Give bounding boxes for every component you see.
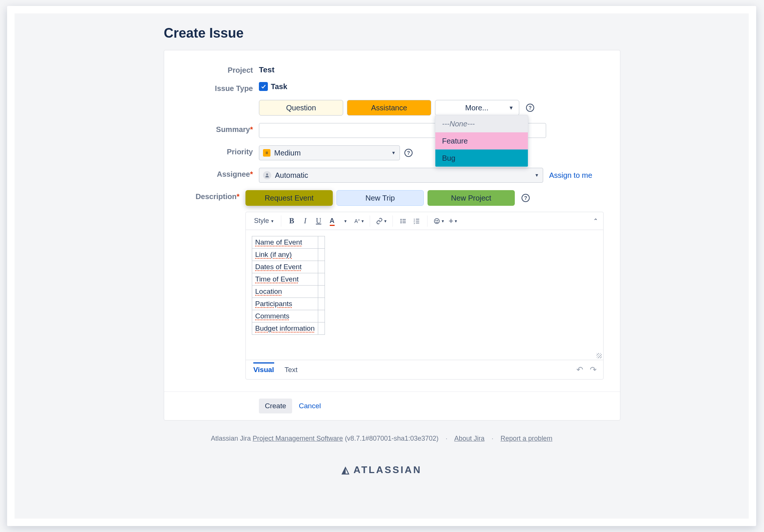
pill-question[interactable]: Question [259,100,343,116]
pill-request-event[interactable]: Request Event [245,190,333,206]
rich-text-editor: Style▾ B I U A ▾ A°▾ ▾ [245,212,604,380]
svg-point-2 [400,220,401,221]
label-description: Description* [181,190,245,201]
more-option-none[interactable]: ---None--- [435,115,528,132]
svg-rect-12 [416,223,419,223]
chevron-down-icon: ▼ [391,150,396,155]
site-footer: Atlassian Jira Project Management Softwa… [15,435,749,476]
label-priority: Priority [181,145,259,156]
undo-icon[interactable]: ↶ [576,365,583,375]
numbered-list-button[interactable]: 123 [411,215,423,227]
table-cell[interactable]: Link (if any) [255,251,292,258]
more-option-feature[interactable]: Feature [435,132,528,149]
table-cell[interactable]: Name of Event [255,238,302,246]
table-cell[interactable]: Dates of Event [255,263,302,271]
footer-prefix: Atlassian Jira [211,435,253,442]
link-button[interactable]: ▾ [375,215,388,227]
editor-toolbar: Style▾ B I U A ▾ A°▾ ▾ [246,212,603,230]
footer-about-link[interactable]: About Jira [454,435,485,442]
svg-point-14 [436,220,436,221]
help-icon[interactable]: ? [526,104,534,112]
pill-more-dropdown[interactable]: More... ▼ [435,100,519,116]
svg-point-3 [400,222,401,223]
atlassian-logo-icon: ◭ [342,464,351,476]
redo-icon[interactable]: ↷ [590,365,597,375]
cancel-link[interactable]: Cancel [299,402,321,410]
pill-new-trip[interactable]: New Trip [336,190,424,206]
more-dropdown-menu: ---None--- Feature Bug [435,115,528,167]
svg-rect-10 [416,219,419,220]
label-summary: Summary* [181,123,259,134]
collapse-toolbar-icon[interactable]: ⌃ [593,217,598,224]
table-cell[interactable]: Budget information [255,324,315,332]
footer-version: (v8.7.1#807001-sha1:03e3702) [343,435,438,442]
resize-handle-icon[interactable] [597,353,602,358]
chevron-down-icon: ▾ [271,218,273,224]
tab-visual[interactable]: Visual [253,362,274,376]
pill-more-label: More... [465,104,488,112]
pill-assistance[interactable]: Assistance [347,100,431,116]
create-issue-form: Project Test Issue Type Task Questi [164,50,620,421]
svg-text:3: 3 [414,222,415,224]
table-cell[interactable]: Participants [255,300,292,308]
svg-rect-6 [403,222,406,223]
footer-pm-link[interactable]: Project Management Software [253,435,343,442]
text-color-chevron[interactable]: ▾ [339,215,351,227]
insert-more-button[interactable]: +▾ [447,215,459,227]
underline-button[interactable]: U [313,215,325,227]
help-icon[interactable]: ? [522,194,530,202]
priority-select[interactable]: ≡ Medium ▼ [259,145,400,160]
emoji-button[interactable]: ▾ [432,215,445,227]
label-assignee: Assignee* [181,168,259,179]
chevron-down-icon: ▼ [535,173,539,178]
create-button[interactable]: Create [259,399,292,413]
bold-button[interactable]: B [286,215,298,227]
chevron-down-icon: ▼ [508,105,514,111]
task-type-icon [259,82,268,91]
text-color-button[interactable]: A [326,215,338,227]
bullet-list-button[interactable] [397,215,409,227]
pill-new-project[interactable]: New Project [428,190,515,206]
more-formatting-button[interactable]: A°▾ [353,215,365,227]
svg-rect-11 [416,221,419,221]
italic-button[interactable]: I [299,215,311,227]
table-cell[interactable]: Location [255,287,282,295]
label-project: Project [181,64,259,75]
project-value: Test [259,64,604,74]
priority-value: Medium [274,149,301,157]
style-dropdown[interactable]: Style▾ [251,215,276,227]
table-cell[interactable]: Time of Event [255,275,299,283]
table-cell[interactable]: Comments [255,312,289,320]
assignee-select[interactable]: Automatic ▼ [259,168,543,183]
svg-rect-4 [403,219,406,220]
svg-point-15 [437,220,438,221]
atlassian-brand: ◭ ATLASSIAN [15,464,749,476]
assign-to-me-link[interactable]: Assign to me [549,171,592,180]
help-icon[interactable]: ? [404,149,413,157]
priority-medium-icon: ≡ [263,149,270,157]
svg-point-1 [400,219,401,220]
tab-text[interactable]: Text [285,363,298,376]
page-title: Create Issue [164,25,749,41]
editor-body[interactable]: Name of Event Link (if any) Dates of Eve… [246,230,603,360]
svg-point-13 [434,218,439,224]
more-option-bug[interactable]: Bug [435,149,528,167]
description-table[interactable]: Name of Event Link (if any) Dates of Eve… [252,236,325,335]
footer-report-link[interactable]: Report a problem [501,435,552,442]
assignee-value: Automatic [275,171,308,180]
svg-point-0 [266,173,268,175]
issue-type-value: Task [271,82,287,91]
label-issue-type: Issue Type [181,82,259,93]
user-avatar-icon [263,171,271,179]
svg-rect-5 [403,221,406,221]
